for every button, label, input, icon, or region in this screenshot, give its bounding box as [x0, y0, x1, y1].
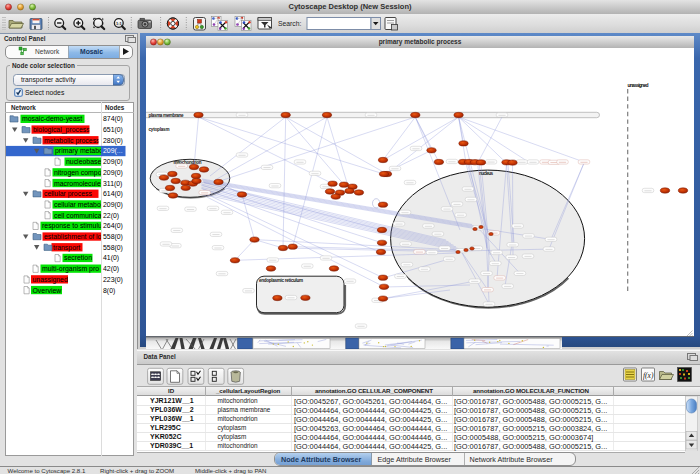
svg-text:transport: transport [53, 244, 80, 252]
svg-text:Overview: Overview [33, 287, 62, 294]
svg-text:209(0): 209(0) [103, 169, 123, 177]
svg-text:cytoplasm: cytoplasm [149, 127, 170, 132]
svg-text:endoplasmic reticulum: endoplasmic reticulum [259, 278, 303, 283]
svg-text:cellular process: cellular process [44, 190, 92, 198]
svg-text:unassigned: unassigned [628, 82, 649, 88]
svg-text:cell communicat: cell communicat [54, 212, 103, 219]
svg-text:mosaic-demo-yeast: mosaic-demo-yeast [22, 115, 82, 123]
svg-text:secretion: secretion [64, 254, 92, 261]
svg-text:response to stimulu: response to stimulu [42, 222, 102, 230]
svg-text:209(0): 209(0) [103, 201, 123, 209]
svg-text:nitrogen compou: nitrogen compou [54, 169, 105, 177]
svg-text:f(x): f(x) [643, 371, 654, 380]
svg-text:223(0): 223(0) [103, 276, 123, 284]
svg-text:42(0): 42(0) [103, 265, 119, 273]
svg-text:874(0): 874(0) [103, 115, 123, 123]
svg-text:209(...: 209(... [103, 147, 123, 155]
svg-text:biological_process: biological_process [33, 126, 90, 134]
svg-text:8(0): 8(0) [103, 287, 115, 295]
svg-text:41(0): 41(0) [103, 254, 119, 262]
svg-text:macromolecule: macromolecule [54, 180, 101, 187]
svg-text:establishment of lo: establishment of lo [44, 233, 102, 240]
svg-text:multi-organism pro: multi-organism pro [42, 265, 99, 273]
svg-text:plasma membrane: plasma membrane [149, 113, 184, 118]
svg-text:651(0): 651(0) [103, 126, 123, 134]
svg-text:311(0): 311(0) [103, 180, 122, 188]
svg-text:primary metabol: primary metabol [55, 147, 105, 155]
svg-text:614(0): 614(0) [103, 190, 123, 198]
svg-text:558(0): 558(0) [103, 233, 123, 241]
svg-text:209(0): 209(0) [103, 158, 123, 166]
svg-text:nucleus: nucleus [479, 171, 493, 176]
svg-text:cellular metabol: cellular metabol [54, 201, 103, 208]
svg-text:558(0): 558(0) [103, 244, 123, 252]
svg-text:metabolic process: metabolic process [44, 137, 100, 145]
svg-text:22(0): 22(0) [103, 212, 119, 220]
svg-text:264(0): 264(0) [103, 222, 123, 230]
svg-text:unassigned: unassigned [33, 276, 68, 284]
svg-text:Search:: Search: [278, 20, 302, 27]
svg-text:280(0): 280(0) [103, 137, 123, 145]
